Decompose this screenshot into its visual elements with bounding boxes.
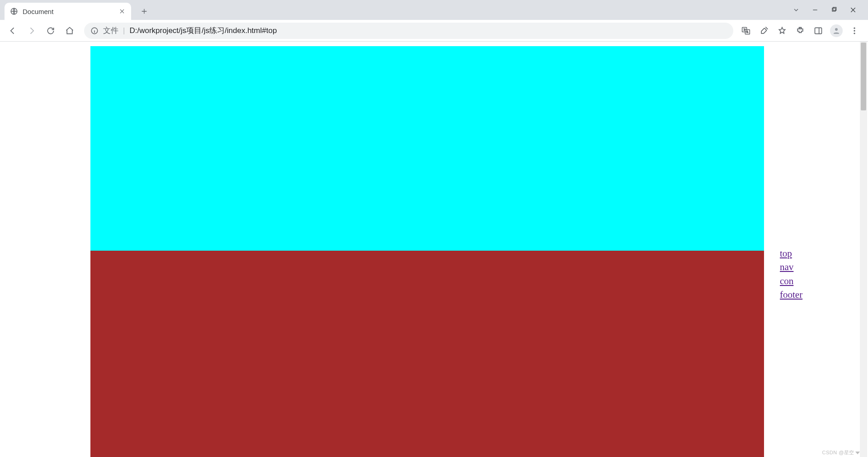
reload-button[interactable] bbox=[42, 23, 59, 39]
anchor-nav: top nav con footer bbox=[780, 247, 802, 302]
svg-rect-2 bbox=[833, 7, 836, 10]
url-text: D:/workproject/js项目/js练习/index.html#top bbox=[129, 25, 277, 36]
watermark: CSDN @星空 bbox=[822, 449, 860, 456]
address-bar[interactable]: 文件 | D:/workproject/js项目/js练习/index.html… bbox=[84, 23, 733, 39]
svg-rect-1 bbox=[832, 8, 835, 11]
bookmark-icon[interactable] bbox=[776, 24, 788, 37]
toolbar-right bbox=[740, 24, 863, 37]
tab-title: Document bbox=[23, 8, 114, 15]
tab-strip: Document bbox=[0, 0, 868, 20]
section-top bbox=[90, 46, 764, 251]
anchor-link-footer[interactable]: footer bbox=[780, 288, 802, 301]
sidepanel-icon[interactable] bbox=[812, 24, 825, 37]
svg-point-8 bbox=[835, 28, 838, 31]
scrollbar-thumb[interactable] bbox=[861, 43, 866, 110]
page-body: top nav con footer bbox=[0, 42, 868, 457]
forward-button[interactable] bbox=[24, 23, 40, 39]
window-controls bbox=[781, 0, 868, 20]
svg-point-10 bbox=[854, 30, 855, 31]
translate-icon[interactable] bbox=[740, 24, 752, 37]
watermark-text: CSDN @星空 bbox=[822, 449, 854, 456]
chevron-down-icon[interactable] bbox=[792, 6, 800, 14]
menu-icon[interactable] bbox=[848, 24, 861, 37]
vertical-scrollbar[interactable] bbox=[860, 42, 867, 457]
home-button[interactable] bbox=[61, 23, 78, 39]
back-button[interactable] bbox=[5, 23, 21, 39]
profile-avatar[interactable] bbox=[830, 24, 843, 37]
window-close-icon[interactable] bbox=[849, 6, 857, 14]
browser-tab[interactable]: Document bbox=[5, 3, 131, 20]
section-nav bbox=[90, 251, 764, 457]
svg-point-6 bbox=[799, 27, 801, 29]
browser-chrome: Document bbox=[0, 0, 868, 42]
anchor-link-con[interactable]: con bbox=[780, 274, 802, 288]
url-separator: | bbox=[123, 26, 125, 35]
url-prefix: 文件 bbox=[103, 25, 118, 36]
minimize-icon[interactable] bbox=[811, 6, 819, 14]
svg-point-11 bbox=[854, 33, 855, 34]
share-icon[interactable] bbox=[758, 24, 770, 37]
close-icon[interactable] bbox=[118, 8, 126, 15]
triangle-down-icon bbox=[855, 452, 860, 454]
maximize-icon[interactable] bbox=[830, 6, 838, 14]
anchor-link-top[interactable]: top bbox=[780, 247, 802, 260]
extensions-icon[interactable] bbox=[794, 24, 807, 37]
svg-point-9 bbox=[854, 27, 855, 29]
page-viewport: top nav con footer CSDN @星空 bbox=[0, 42, 868, 457]
anchor-link-nav[interactable]: nav bbox=[780, 260, 802, 274]
globe-icon bbox=[10, 7, 18, 15]
toolbar: 文件 | D:/workproject/js项目/js练习/index.html… bbox=[0, 20, 868, 42]
info-icon bbox=[90, 27, 99, 35]
svg-rect-7 bbox=[815, 28, 822, 33]
new-tab-button[interactable] bbox=[137, 5, 151, 18]
content-blocks bbox=[90, 46, 764, 457]
